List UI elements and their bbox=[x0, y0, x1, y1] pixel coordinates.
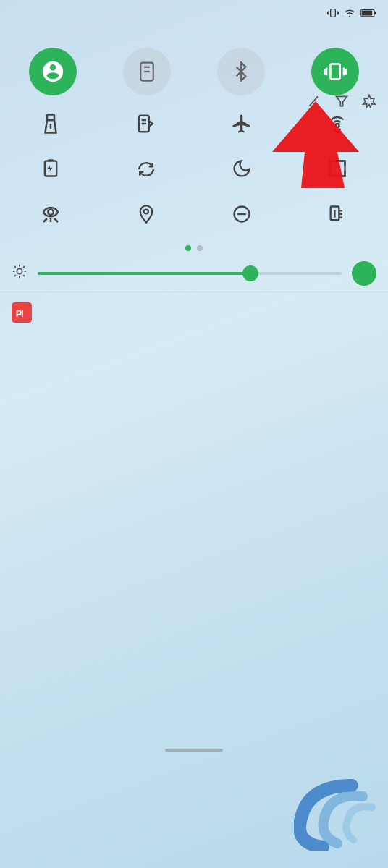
quick-tiles-row-1 bbox=[0, 48, 388, 100]
bluetooth-icon-bg bbox=[217, 48, 265, 95]
airplane-icon bbox=[231, 113, 253, 138]
tile-dark-theme[interactable] bbox=[198, 151, 285, 194]
svg-line-8 bbox=[309, 96, 318, 106]
svg-rect-0 bbox=[331, 9, 336, 17]
tile-mobile-data[interactable] bbox=[107, 48, 187, 100]
svg-point-29 bbox=[144, 210, 148, 214]
battery-status-icon bbox=[360, 9, 376, 17]
svg-point-37 bbox=[17, 268, 22, 273]
quick-tiles-row-4 bbox=[0, 197, 388, 239]
brightness-track[interactable] bbox=[38, 272, 342, 275]
section-divider bbox=[0, 292, 388, 292]
brightness-thumb bbox=[242, 265, 258, 281]
tile-working-space[interactable] bbox=[13, 48, 93, 100]
hotspot-icon bbox=[326, 113, 348, 138]
location-icon bbox=[136, 204, 156, 228]
svg-marker-10 bbox=[363, 95, 376, 108]
filter-icon[interactable] bbox=[334, 94, 349, 112]
page-dot-1 bbox=[185, 245, 191, 251]
auto-rotate-icon bbox=[135, 158, 157, 184]
wifi-status-icon bbox=[343, 8, 356, 18]
status-bar bbox=[0, 0, 388, 23]
home-indicator bbox=[165, 749, 223, 752]
do-not-disturb-icon bbox=[232, 204, 252, 228]
tile-auto-rotate[interactable] bbox=[103, 151, 190, 194]
notification-app-icon: P ! bbox=[12, 302, 32, 323]
time-section bbox=[0, 23, 388, 43]
tile-one-hand[interactable] bbox=[294, 197, 381, 239]
vibrate-status-icon bbox=[327, 7, 339, 19]
auto-brightness-button[interactable] bbox=[352, 261, 376, 286]
tile-ultra-power[interactable] bbox=[7, 151, 94, 194]
tile-do-not-disturb[interactable] bbox=[198, 197, 285, 239]
tile-switch-sim[interactable] bbox=[103, 106, 190, 148]
carrier-logo bbox=[294, 778, 381, 854]
settings-icon[interactable] bbox=[362, 94, 376, 112]
screenshot-icon bbox=[327, 158, 347, 182]
page-indicator bbox=[0, 245, 388, 251]
top-action-icons bbox=[307, 94, 376, 112]
svg-rect-7 bbox=[362, 10, 372, 15]
tile-vibrate[interactable] bbox=[295, 48, 375, 100]
svg-text:!: ! bbox=[21, 308, 24, 319]
svg-line-41 bbox=[23, 275, 25, 276]
flashlight-icon bbox=[40, 113, 62, 138]
svg-point-25 bbox=[336, 124, 340, 127]
svg-line-40 bbox=[14, 266, 16, 268]
page-dot-2 bbox=[197, 245, 203, 251]
svg-rect-6 bbox=[374, 12, 376, 15]
svg-marker-9 bbox=[337, 96, 347, 106]
svg-line-44 bbox=[14, 275, 16, 276]
tile-airplane[interactable] bbox=[198, 106, 285, 148]
working-space-icon-bg bbox=[29, 48, 77, 95]
tile-location[interactable] bbox=[103, 197, 190, 239]
tile-bluetooth[interactable] bbox=[201, 48, 281, 100]
quick-tiles-row-3 bbox=[0, 151, 388, 194]
one-hand-icon bbox=[327, 204, 347, 228]
ultra-power-icon bbox=[41, 158, 61, 182]
svg-rect-33 bbox=[334, 210, 335, 218]
svg-point-28 bbox=[48, 210, 54, 216]
vibrate-icon-bg bbox=[311, 48, 359, 95]
tile-peek-proof[interactable] bbox=[7, 197, 94, 239]
edit-icon[interactable] bbox=[307, 94, 321, 112]
status-icons bbox=[327, 7, 376, 19]
brightness-icon bbox=[12, 263, 28, 284]
dark-theme-icon bbox=[232, 158, 252, 182]
svg-rect-15 bbox=[330, 64, 340, 79]
brightness-control[interactable] bbox=[0, 261, 388, 286]
tile-screenshot[interactable] bbox=[294, 151, 381, 194]
notification-area: P ! bbox=[0, 295, 388, 330]
switch-sim-icon bbox=[135, 113, 157, 138]
brightness-fill bbox=[38, 272, 250, 275]
svg-line-45 bbox=[23, 266, 25, 268]
mobile-data-icon-bg bbox=[123, 48, 171, 95]
peek-proof-icon bbox=[40, 204, 62, 229]
svg-rect-27 bbox=[330, 161, 345, 176]
tile-flashlight[interactable] bbox=[7, 106, 94, 148]
